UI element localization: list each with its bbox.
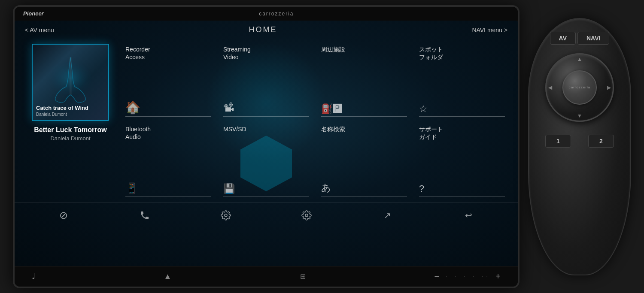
- now-playing-artist: Daniela Dumont: [50, 135, 90, 142]
- recorder-access-label: RecorderAccess: [125, 45, 150, 61]
- control-bar: ♩ ▲ ⊞ − · · · · · · · · · · +: [15, 266, 518, 287]
- volume-plus[interactable]: +: [495, 272, 501, 281]
- remote-controller: AV NAVI ▲ ▼ ◀ ▶ carrozzeria 1 2: [528, 18, 631, 275]
- back-icon[interactable]: ↩: [460, 207, 477, 224]
- header-bar: < AV menu HOME NAVI menu >: [15, 21, 518, 39]
- navi-menu-button[interactable]: NAVI menu >: [472, 27, 507, 33]
- remote-brand-label: carrozzeria: [569, 85, 591, 89]
- home-ctrl-icon[interactable]: ⊞: [300, 272, 306, 281]
- name-search-icon: あ: [321, 181, 407, 194]
- streaming-video-label: StreamingVideo: [223, 45, 251, 61]
- streaming-video-item[interactable]: StreamingVideo 📽: [217, 41, 315, 121]
- bluetooth-label: BluetoothAudio: [125, 125, 151, 141]
- no-sound-icon[interactable]: ⊘: [55, 207, 72, 224]
- msv-sd-item[interactable]: MSV/SD 💾: [217, 121, 315, 201]
- volume-minus[interactable]: −: [434, 272, 439, 281]
- album-song-title: Catch trace of Wind: [36, 105, 105, 112]
- main-unit: Pioneer carrozzeria < AV menu HOME NAVI …: [13, 5, 519, 288]
- album-art-artist: Daniela Dumont: [36, 112, 105, 117]
- music-ctrl-icon[interactable]: ♩: [32, 272, 35, 281]
- nearby-facilities-label: 周辺施設: [321, 45, 345, 53]
- music-player[interactable]: Catch trace of Wind Daniela Dumont Bette…: [21, 41, 119, 201]
- remote-dial-center[interactable]: carrozzeria: [562, 70, 597, 105]
- left-arrow: ◀: [548, 85, 552, 91]
- remote-bottom-buttons: 1 2: [545, 135, 614, 148]
- name-search-label: 名称検索: [321, 125, 345, 133]
- spot-icon: ☆: [419, 103, 505, 115]
- route-icon[interactable]: ↗: [379, 207, 396, 224]
- navi-settings-icon[interactable]: [298, 207, 315, 224]
- right-arrow: ▶: [607, 85, 611, 91]
- bluetooth-icon: 📱: [125, 182, 211, 194]
- home-title: HOME: [249, 25, 277, 34]
- nearby-icon: ⛽🅿: [321, 103, 407, 115]
- volume-control: − · · · · · · · · · · +: [434, 272, 501, 281]
- settings-icon[interactable]: [217, 207, 234, 224]
- recorder-access-item[interactable]: RecorderAccess 🏠: [119, 41, 217, 121]
- album-art: Catch trace of Wind Daniela Dumont: [32, 44, 109, 121]
- spot-folder-label: スポットフォルダ: [419, 45, 443, 61]
- recorder-icon: 🏠: [125, 100, 211, 115]
- svg-point-5: [305, 214, 308, 217]
- support-guide-item[interactable]: サポートガイド ?: [413, 121, 511, 201]
- av-button[interactable]: AV: [550, 32, 576, 45]
- volume-dots: · · · · · · · · · ·: [446, 275, 489, 278]
- name-search-item[interactable]: 名称検索 あ: [315, 121, 413, 201]
- screen: < AV menu HOME NAVI menu > RecorderAcces…: [15, 21, 518, 266]
- av-menu-button[interactable]: < AV menu: [25, 27, 54, 33]
- support-icon: ?: [419, 183, 505, 194]
- bluetooth-audio-item[interactable]: BluetoothAudio 📱: [119, 121, 217, 201]
- remote-btn-2[interactable]: 2: [588, 135, 614, 148]
- nav-ctrl-icon[interactable]: ▲: [164, 272, 172, 281]
- navi-button[interactable]: NAVI: [577, 32, 609, 45]
- streaming-icon: 📽: [223, 101, 309, 115]
- msv-icon: 💾: [223, 183, 309, 194]
- brand-bar: Pioneer carrozzeria: [15, 7, 518, 21]
- up-arrow: ▲: [577, 56, 582, 62]
- down-arrow: ▼: [577, 113, 582, 119]
- function-bar: ⊘ ↗ ↩: [15, 202, 518, 228]
- now-playing-title: Better Luck Tomorrow: [34, 126, 107, 134]
- phone-icon[interactable]: [136, 207, 153, 224]
- svg-point-4: [225, 214, 227, 217]
- remote-btn-1[interactable]: 1: [545, 135, 571, 148]
- carrozzeria-logo: carrozzeria: [259, 11, 294, 17]
- msv-label: MSV/SD: [223, 125, 246, 133]
- support-guide-label: サポートガイド: [419, 125, 443, 141]
- remote-dial[interactable]: ▲ ▼ ◀ ▶ carrozzeria: [545, 53, 614, 122]
- pioneer-logo: Pioneer: [23, 10, 44, 17]
- nearby-facilities-item[interactable]: 周辺施設 ⛽🅿: [315, 41, 413, 121]
- remote-top-buttons: AV NAVI: [550, 32, 610, 45]
- spot-folder-item[interactable]: スポットフォルダ ☆: [413, 41, 511, 121]
